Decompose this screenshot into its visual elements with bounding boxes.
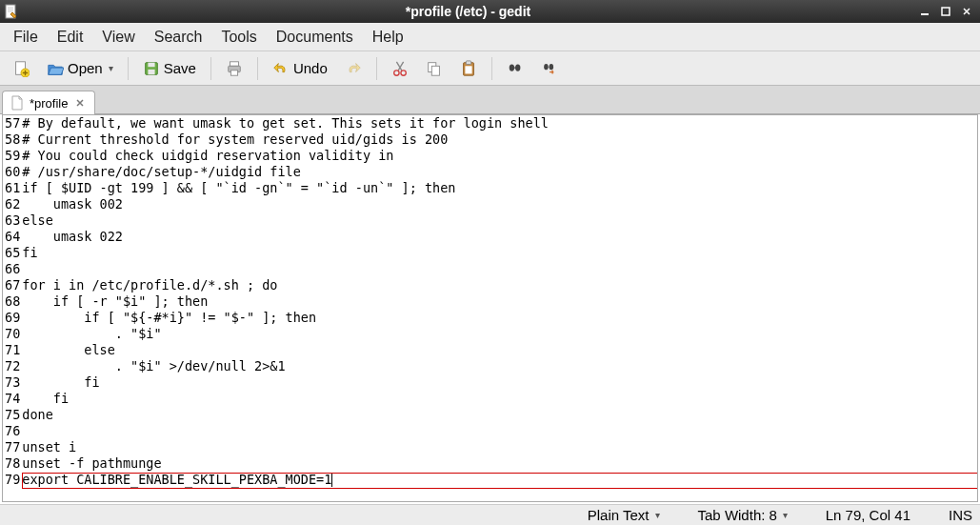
menu-file[interactable]: File <box>4 25 48 50</box>
save-button[interactable]: Save <box>136 56 203 81</box>
menu-search[interactable]: Search <box>145 25 212 50</box>
code-line[interactable]: else <box>22 342 977 358</box>
svg-rect-6 <box>148 62 154 67</box>
statusbar: Plain Text ▾ Tab Width: 8 ▾ Ln 79, Col 4… <box>0 504 980 525</box>
separator <box>376 57 377 80</box>
svg-point-20 <box>544 64 549 70</box>
code-line[interactable]: unset -f pathmunge <box>22 455 977 472</box>
svg-rect-7 <box>148 69 154 73</box>
file-icon <box>10 95 24 111</box>
separator <box>128 57 129 80</box>
svg-rect-1 <box>921 13 929 15</box>
code-line[interactable]: else <box>22 212 977 229</box>
titlebar: *profile (/etc) - gedit <box>0 0 980 23</box>
menu-view[interactable]: View <box>92 25 144 50</box>
status-language[interactable]: Plain Text ▾ <box>588 507 660 523</box>
open-button[interactable]: Open ▾ <box>40 56 120 81</box>
code-line[interactable]: fi <box>22 374 977 391</box>
code-content[interactable]: # By default, we want umask to get set. … <box>22 115 977 501</box>
svg-point-11 <box>393 70 398 74</box>
new-button[interactable] <box>6 56 36 81</box>
code-line[interactable]: for i in /etc/profile.d/*.sh ; do <box>22 277 977 293</box>
maximize-button[interactable] <box>936 4 955 19</box>
open-label: Open <box>68 60 103 76</box>
undo-button[interactable]: Undo <box>266 56 334 81</box>
code-line[interactable]: . "$i" >/dev/null 2>&1 <box>22 358 977 374</box>
tab-profile[interactable]: *profile <box>2 91 95 114</box>
menu-tools[interactable]: Tools <box>211 25 266 50</box>
line-gutter: 5758596061626364656667686970717273747576… <box>3 115 22 501</box>
code-line[interactable]: export CALIBRE_ENABLE_SKILL_PEXBA_MODE=1 <box>22 472 977 488</box>
separator <box>491 57 492 80</box>
svg-rect-2 <box>942 8 950 15</box>
app-icon <box>4 4 19 19</box>
code-line[interactable] <box>22 423 977 439</box>
editor-area[interactable]: 5758596061626364656667686970717273747576… <box>2 114 978 502</box>
svg-point-18 <box>509 64 513 71</box>
code-line[interactable]: unset i <box>22 439 977 455</box>
code-line[interactable]: # You could check uidgid reservation val… <box>22 148 977 164</box>
code-line[interactable]: # By default, we want umask to get set. … <box>22 115 977 131</box>
undo-label: Undo <box>293 60 328 76</box>
menu-help[interactable]: Help <box>363 25 413 50</box>
status-tabwidth[interactable]: Tab Width: 8 ▾ <box>698 507 788 523</box>
status-insert-mode: INS <box>949 507 972 523</box>
status-position: Ln 79, Col 41 <box>826 507 910 523</box>
code-line[interactable]: if [ -r "$i" ]; then <box>22 293 977 310</box>
code-line[interactable]: fi <box>22 245 977 261</box>
code-line[interactable]: if [ "${-#*i}" != "$-" ]; then <box>22 310 977 326</box>
code-line[interactable] <box>22 261 977 277</box>
svg-rect-16 <box>466 60 470 64</box>
separator <box>210 57 211 80</box>
tabbar: *profile <box>0 86 980 114</box>
window-title: *profile (/etc) - gedit <box>23 4 913 19</box>
cut-button[interactable] <box>385 56 415 81</box>
code-line[interactable]: umask 022 <box>22 229 977 245</box>
menu-documents[interactable]: Documents <box>267 25 363 50</box>
code-line[interactable]: # Current threshold for system reserved … <box>22 131 977 148</box>
menubar: File Edit View Search Tools Documents He… <box>0 23 980 51</box>
svg-rect-8 <box>230 61 238 66</box>
save-label: Save <box>164 60 196 76</box>
code-line[interactable]: fi <box>22 391 977 407</box>
code-line[interactable]: if [ $UID -gt 199 ] && [ "`id -gn`" = "`… <box>22 180 977 196</box>
minimize-button[interactable] <box>915 4 934 19</box>
tab-label: *profile <box>30 96 68 111</box>
svg-rect-14 <box>431 66 439 75</box>
copy-button[interactable] <box>419 56 450 81</box>
paste-button[interactable] <box>453 56 484 81</box>
print-button[interactable] <box>219 56 250 81</box>
code-line[interactable]: umask 002 <box>22 196 977 212</box>
code-line[interactable]: done <box>22 407 977 423</box>
tab-close-icon[interactable] <box>73 96 87 110</box>
svg-rect-10 <box>230 70 237 74</box>
svg-point-12 <box>401 70 406 74</box>
menu-edit[interactable]: Edit <box>48 25 93 50</box>
find-button[interactable] <box>500 56 530 81</box>
code-line[interactable]: # /usr/share/doc/setup-*/uidgid file <box>22 164 977 180</box>
svg-point-21 <box>549 64 553 70</box>
chevron-down-icon: ▾ <box>783 510 788 520</box>
svg-rect-17 <box>465 66 471 73</box>
find-replace-button[interactable] <box>534 56 565 81</box>
redo-button <box>338 56 369 81</box>
chevron-down-icon: ▾ <box>655 510 660 520</box>
separator <box>257 57 258 80</box>
close-button[interactable] <box>957 4 976 19</box>
code-line[interactable]: . "$i" <box>22 326 977 342</box>
chevron-down-icon: ▾ <box>109 63 113 73</box>
toolbar: Open ▾ Save Undo <box>0 51 980 86</box>
